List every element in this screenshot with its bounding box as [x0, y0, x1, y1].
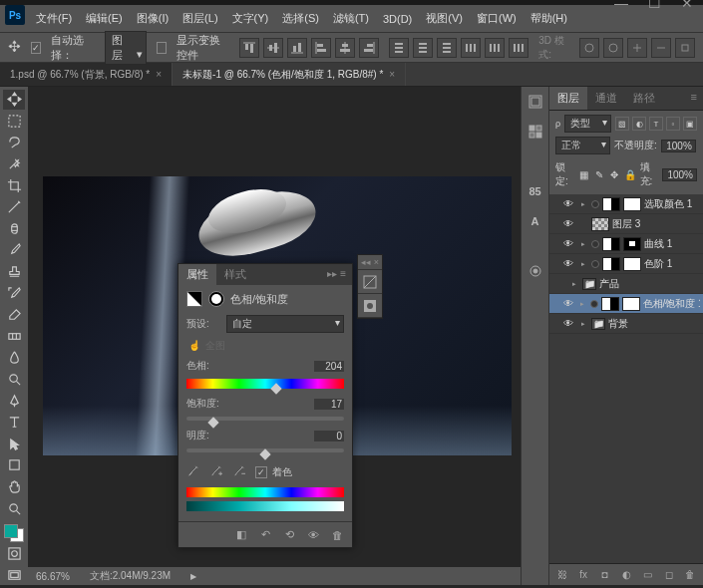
- color-swatches[interactable]: [4, 524, 24, 542]
- visibility-icon[interactable]: 👁: [561, 318, 575, 329]
- wand-tool[interactable]: [3, 154, 25, 174]
- blur-tool[interactable]: [3, 348, 25, 368]
- delete-adjust-icon[interactable]: 🗑: [330, 528, 344, 542]
- shape-tool[interactable]: [3, 455, 25, 475]
- layer-row[interactable]: 👁▸ 曲线 1: [549, 234, 703, 254]
- light-value[interactable]: 0: [314, 431, 344, 441]
- menu-edit[interactable]: 编辑(E): [80, 8, 129, 29]
- colorize-checkbox[interactable]: [255, 466, 267, 478]
- fill-value[interactable]: 100%: [662, 168, 697, 181]
- adjustments-shortcut-icon[interactable]: [358, 270, 382, 294]
- visibility-icon[interactable]: 👁: [561, 198, 575, 209]
- close-icon[interactable]: ×: [389, 69, 395, 80]
- align-bottom-icon[interactable]: [287, 38, 307, 58]
- align-left-icon[interactable]: [311, 38, 331, 58]
- eyedropper-icon[interactable]: [186, 464, 199, 479]
- sat-value[interactable]: 17: [314, 399, 344, 410]
- mask-icon[interactable]: ◘: [598, 568, 611, 582]
- properties-menu-icon[interactable]: ▸▸ ≡: [321, 264, 352, 285]
- filter-smart-icon[interactable]: ▣: [683, 117, 697, 131]
- sat-slider[interactable]: [186, 417, 344, 421]
- menu-3d[interactable]: 3D(D): [377, 10, 418, 28]
- layer-row[interactable]: 👁▸ 选取颜色 1: [549, 194, 703, 214]
- align-vcenter-icon[interactable]: [263, 38, 283, 58]
- zoom-tool[interactable]: [3, 498, 25, 518]
- fx-icon[interactable]: fx: [576, 568, 589, 582]
- menu-help[interactable]: 帮助(H): [525, 8, 573, 29]
- dist-left-icon[interactable]: [461, 38, 481, 58]
- align-hcenter-icon[interactable]: [335, 38, 355, 58]
- layers-list[interactable]: 👁▸ 选取颜色 1 👁 图层 3 👁▸ 曲线 1 👁▸ 色阶 1 ▸: [549, 194, 703, 563]
- type-tool[interactable]: [3, 413, 25, 433]
- dist-vcenter-icon[interactable]: [413, 38, 433, 58]
- align-right-icon[interactable]: [359, 38, 379, 58]
- edit-range-select[interactable]: 全图: [205, 339, 225, 353]
- masks-shortcut-icon[interactable]: [358, 294, 382, 318]
- light-slider[interactable]: [186, 448, 344, 452]
- layer-row-group[interactable]: ▸ 产品: [549, 274, 703, 294]
- reset-icon[interactable]: ⟲: [282, 528, 296, 542]
- filter-type-icon[interactable]: T: [649, 117, 663, 131]
- brush-preset-icon[interactable]: [526, 261, 545, 281]
- channels-tab[interactable]: 通道: [587, 87, 625, 110]
- close-icon[interactable]: ×: [156, 69, 162, 80]
- group-icon[interactable]: ▭: [641, 568, 654, 582]
- window-maximize[interactable]: ☐: [648, 0, 661, 11]
- toggle-visibility-icon[interactable]: 👁: [306, 528, 320, 542]
- window-close[interactable]: ✕: [681, 0, 693, 11]
- pen-tool[interactable]: [3, 391, 25, 411]
- lock-pixels-icon[interactable]: ✎: [593, 167, 604, 181]
- doc-size[interactable]: 文档:2.04M/9.23M: [90, 569, 171, 583]
- collapse-icon[interactable]: ◂◂: [361, 257, 371, 267]
- layer-row[interactable]: 👁▸ 色阶 1: [549, 254, 703, 274]
- show-transform-checkbox[interactable]: [157, 42, 167, 54]
- layer-row-active[interactable]: 👁▸ 色相/饱和度 1: [549, 294, 703, 314]
- visibility-icon[interactable]: 👁: [561, 218, 575, 229]
- layers-tab[interactable]: 图层: [549, 87, 587, 110]
- menu-window[interactable]: 窗口(W): [471, 8, 523, 29]
- visibility-icon[interactable]: 👁: [561, 238, 575, 249]
- menu-layer[interactable]: 图层(L): [176, 8, 223, 29]
- preset-select[interactable]: 自定: [226, 315, 344, 333]
- paths-tab[interactable]: 路径: [625, 87, 663, 110]
- window-minimize[interactable]: —: [614, 0, 628, 11]
- quickmask-tool[interactable]: [3, 544, 25, 564]
- lock-position-icon[interactable]: ✥: [608, 167, 619, 181]
- zoom-level[interactable]: 66.67%: [36, 571, 70, 582]
- dodge-tool[interactable]: [3, 370, 25, 390]
- 3d-roll-icon[interactable]: [603, 38, 623, 58]
- marquee-tool[interactable]: [3, 112, 25, 132]
- history-brush-tool[interactable]: [3, 283, 25, 303]
- stamp-tool[interactable]: [3, 262, 25, 282]
- close-icon[interactable]: ×: [374, 257, 379, 267]
- align-top-icon[interactable]: [239, 38, 259, 58]
- adjustment-icon[interactable]: ◐: [619, 568, 632, 582]
- lock-transparent-icon[interactable]: ▦: [577, 167, 588, 181]
- strip-a-icon[interactable]: A: [526, 211, 545, 231]
- dist-bottom-icon[interactable]: [437, 38, 457, 58]
- menu-type[interactable]: 文字(Y): [226, 8, 275, 29]
- clip-icon[interactable]: ◧: [234, 528, 248, 542]
- menu-view[interactable]: 视图(V): [420, 8, 469, 29]
- 3d-orbit-icon[interactable]: [579, 38, 599, 58]
- link-layers-icon[interactable]: ⛓: [555, 568, 568, 582]
- brush-tool[interactable]: [3, 240, 25, 260]
- dist-top-icon[interactable]: [389, 38, 409, 58]
- history-icon[interactable]: [526, 92, 545, 112]
- dist-right-icon[interactable]: [509, 38, 528, 58]
- opacity-value[interactable]: 100%: [661, 140, 696, 152]
- hue-value[interactable]: 204: [314, 361, 344, 372]
- filter-type-select[interactable]: 类型: [564, 115, 611, 133]
- targeted-adjust-icon[interactable]: ☝: [188, 340, 200, 352]
- foreground-color[interactable]: [4, 524, 18, 538]
- auto-select-checkbox[interactable]: [31, 42, 41, 54]
- menu-file[interactable]: 文件(F): [30, 8, 78, 29]
- menu-filter[interactable]: 滤镜(T): [327, 8, 375, 29]
- 3d-pan-icon[interactable]: [627, 38, 647, 58]
- 3d-slide-icon[interactable]: [651, 38, 671, 58]
- menu-image[interactable]: 图像(I): [131, 8, 175, 29]
- layer-row[interactable]: 👁 图层 3: [549, 214, 703, 234]
- heal-tool[interactable]: [3, 219, 25, 239]
- doc-tab-1[interactable]: 1.psd @ 66.7% (背景, RGB/8) *×: [0, 63, 173, 86]
- filter-pixel-icon[interactable]: ▧: [615, 117, 629, 131]
